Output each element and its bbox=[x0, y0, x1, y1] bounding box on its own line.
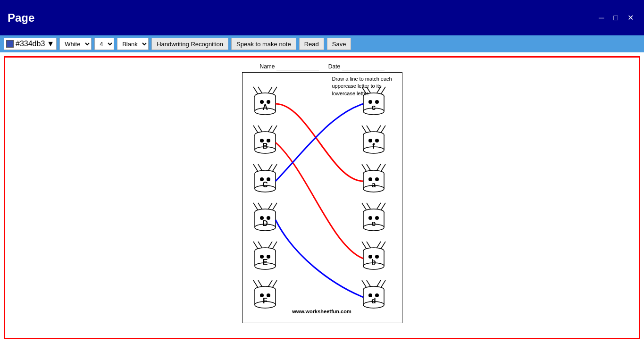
svg-text:c: c bbox=[371, 103, 376, 111]
color-swatch bbox=[6, 40, 14, 48]
svg-line-120 bbox=[362, 242, 367, 249]
window-controls: ─ □ ✕ bbox=[596, 12, 636, 23]
svg-point-93 bbox=[368, 139, 372, 142]
date-label: Date bbox=[328, 63, 385, 70]
name-label: Name bbox=[259, 63, 318, 70]
color-label: #334db3 bbox=[16, 40, 45, 48]
main-content: Name Date Draw a line to match each uppe… bbox=[4, 56, 640, 339]
title-bar: Page ─ □ ✕ bbox=[0, 0, 644, 35]
svg-line-96 bbox=[362, 164, 367, 172]
svg-line-63 bbox=[272, 280, 277, 288]
worksheet-svg: A B bbox=[246, 76, 397, 317]
minimize-button[interactable]: ─ bbox=[596, 13, 607, 23]
svg-point-94 bbox=[375, 139, 379, 142]
svg-line-12 bbox=[253, 125, 258, 133]
toolbar: #334db3 ▼ White 4 Blank Handwriting Reco… bbox=[0, 35, 644, 52]
read-button[interactable]: Read bbox=[299, 38, 324, 50]
svg-line-135 bbox=[381, 280, 385, 288]
worksheet-box: Draw a line to match each uppercase lett… bbox=[242, 72, 402, 323]
svg-line-87 bbox=[381, 125, 385, 133]
svg-line-24 bbox=[253, 164, 258, 172]
svg-line-15 bbox=[272, 125, 277, 133]
svg-line-108 bbox=[362, 203, 367, 210]
maximize-button[interactable]: □ bbox=[611, 13, 621, 23]
speak-to-note-button[interactable]: Speak to make note bbox=[231, 38, 296, 50]
pen-color-select[interactable]: White bbox=[59, 38, 92, 50]
svg-line-27 bbox=[272, 164, 277, 172]
svg-text:www.worksheetfun.com: www.worksheetfun.com bbox=[292, 309, 351, 314]
color-picker[interactable]: #334db3 ▼ bbox=[4, 38, 57, 50]
svg-line-36 bbox=[253, 203, 258, 210]
svg-line-39 bbox=[272, 203, 277, 210]
svg-line-3 bbox=[272, 87, 277, 94]
worksheet: Name Date Draw a line to match each uppe… bbox=[237, 63, 407, 323]
worksheet-header: Name Date bbox=[237, 63, 407, 70]
date-line bbox=[342, 63, 385, 70]
svg-text:B: B bbox=[262, 142, 268, 150]
svg-line-111 bbox=[381, 203, 385, 210]
svg-line-123 bbox=[381, 242, 385, 249]
svg-text:E: E bbox=[262, 258, 268, 266]
color-dropdown-icon[interactable]: ▼ bbox=[47, 40, 54, 48]
svg-text:f: f bbox=[372, 142, 375, 150]
svg-line-48 bbox=[253, 242, 258, 249]
close-button[interactable]: ✕ bbox=[625, 12, 636, 23]
svg-line-132 bbox=[362, 280, 367, 288]
svg-text:b: b bbox=[371, 258, 376, 266]
app-title: Page bbox=[8, 11, 34, 25]
handwriting-recognition-button[interactable]: Handwriting Recognition bbox=[151, 38, 228, 50]
svg-line-99 bbox=[381, 164, 385, 172]
page-type-select[interactable]: Blank bbox=[117, 38, 149, 50]
page-number-select[interactable]: 4 bbox=[94, 38, 114, 50]
svg-text:A: A bbox=[262, 103, 268, 111]
svg-text:d: d bbox=[371, 297, 376, 305]
save-button[interactable]: Save bbox=[327, 38, 351, 50]
name-line bbox=[276, 63, 319, 70]
svg-text:F: F bbox=[263, 297, 268, 305]
svg-line-0 bbox=[253, 87, 258, 94]
svg-text:C: C bbox=[262, 181, 268, 189]
svg-text:D: D bbox=[262, 219, 268, 227]
worksheet-instruction: Draw a line to match each uppercase lett… bbox=[332, 75, 398, 97]
svg-text:a: a bbox=[371, 181, 376, 189]
svg-line-60 bbox=[253, 280, 258, 288]
svg-text:e: e bbox=[371, 219, 376, 227]
svg-line-84 bbox=[362, 125, 367, 133]
svg-line-51 bbox=[272, 242, 277, 249]
